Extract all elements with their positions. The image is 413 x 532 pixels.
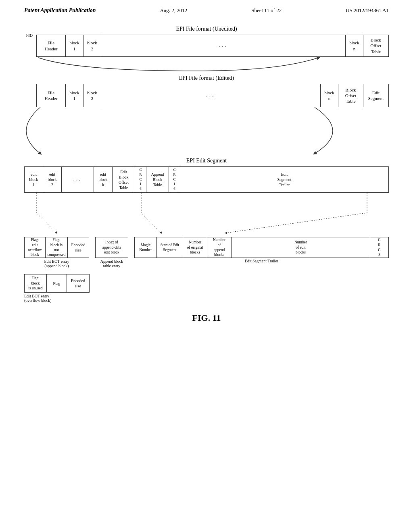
block-offset-table-2: BlockOffsetTable [338,84,363,107]
edit-bot-append-section: Flag:editoverflowblock Flag:block isnotc… [24,237,89,268]
edit-block-offset-table-box: EditBlockOffsetTable [113,167,135,192]
append-block-table-box: AppendBlockTable [146,167,169,192]
diagram-container: EPI File format (Unedited) 802 FileHeade… [24,26,389,303]
diagram-edited-title: EPI File format (Edited) [24,75,389,81]
page-header: Patent Application Publication Aug. 2, 2… [0,0,413,14]
file-header-box-1: FileHeader [37,35,66,56]
edit-block-1-box: editblock1 [25,167,43,192]
fig-caption: FIG. 11 [24,313,389,323]
flag-block-unused-box: Flag:blockis unused [25,274,47,292]
block2-box-2: block2 [83,84,101,107]
publication-date: Aug. 2, 2012 [160,7,187,14]
file-header-box-2: FileHeader [37,84,66,107]
block2-box-1: block2 [83,35,101,56]
diagram-edit-segment-title: EPI Edit Segment [24,158,389,164]
flag-box-overflow: Flag [47,274,67,292]
dots-box-3: ... [62,167,94,192]
append-block-table-section: Index ofappend-dataedit block Append blo… [95,237,128,268]
bottom-section: Flag:editoverflowblock Flag:block isnotc… [24,237,389,268]
crc16-box-2: CRC16 [169,167,180,192]
patent-number: US 2012/194361 A1 [346,7,389,14]
dots-box-2: ... [101,84,321,107]
edit-bot-append-label: Edit BOT entry(append block) [44,259,69,268]
edit-seg-boxes-row: editblock1 editblock2 ... editblockk Edi… [24,166,389,193]
sheet-info: Sheet 11 of 22 [251,7,282,14]
block1-box-1: block1 [66,35,83,56]
arrow-svg-3 [24,193,389,235]
trailer-section-outer: MagicNumber Start of EditSegment Numbero… [134,237,389,263]
append-block-table-row: Index ofappend-dataedit block [95,237,128,258]
edit-block-k-box: editblockk [94,167,113,192]
append-block-table-label: Append blocktable entry [100,259,123,268]
diagram-edit-segment: EPI Edit Segment editblock1 editblock2 .… [24,158,389,233]
trailer-main-row: MagicNumber Start of EditSegment Numbero… [134,237,389,258]
arrow-svg-2 [36,107,389,156]
crc8-box: CRC8 [370,237,388,258]
edit-segment-box: EditSegment [363,84,388,107]
flag-block-not-compressed-box: Flag:block isnotcompressed [46,237,68,258]
edit-block-2-box: editblock2 [43,167,62,192]
publication-title: Patent Application Publication [24,7,96,14]
edited-boxes-row: FileHeader block1 block2 ... blockn Bloc… [36,84,389,107]
blockn-box-2: blockn [321,84,338,107]
edit-bot-overflow-section: Flag:blockis unused Flag Encodedsize Edi… [24,274,389,303]
arrow-svg-1 [36,57,389,73]
diagram-unedited-title: EPI File format (Unedited) [24,26,389,32]
block1-box-2: block1 [66,84,83,107]
diagram-unedited: EPI File format (Unedited) 802 FileHeade… [24,26,389,71]
index-append-data-box: Index ofappend-dataedit block [96,237,128,258]
main-content: EPI File format (Unedited) 802 FileHeade… [0,14,413,331]
dots-box-1: ... [101,35,346,56]
crc16-box-1: CRC16 [135,167,146,192]
encoded-size-box-2: Encodedsize [67,274,89,292]
edit-bot-append-row: Flag:editoverflowblock Flag:block isnotc… [24,237,89,258]
unedited-boxes-row: FileHeader block1 block2 ... blockn Bloc… [36,35,389,57]
start-edit-segment-box: Start of EditSegment [157,237,183,258]
flag-edit-overflow-box: Flag:editoverflowblock [25,237,46,258]
encoded-size-box-1: Encodedsize [68,237,89,258]
trailer-label: Edit Segment Trailer [134,259,389,263]
block-offset-table-1: BlockOffsetTable [363,35,388,56]
overflow-label: Edit BOT entry(overflow block) [24,294,51,303]
diagram-edited: EPI File format (Edited) FileHeader bloc… [24,75,389,154]
overflow-row: Flag:blockis unused Flag Encodedsize [24,274,90,293]
magic-number-box: MagicNumber [135,237,157,258]
edit-segment-trailer-box: EditSegmentTrailer [180,167,388,192]
num-edit-blocks-box: Numberof editblocks [232,237,370,258]
blockn-box-1: blockn [346,35,363,56]
label-802: 802 [26,33,33,39]
num-append-blocks-box: Numberofappendblocks [207,237,232,258]
num-original-blocks-box: Numberof originalblocks [183,237,207,258]
